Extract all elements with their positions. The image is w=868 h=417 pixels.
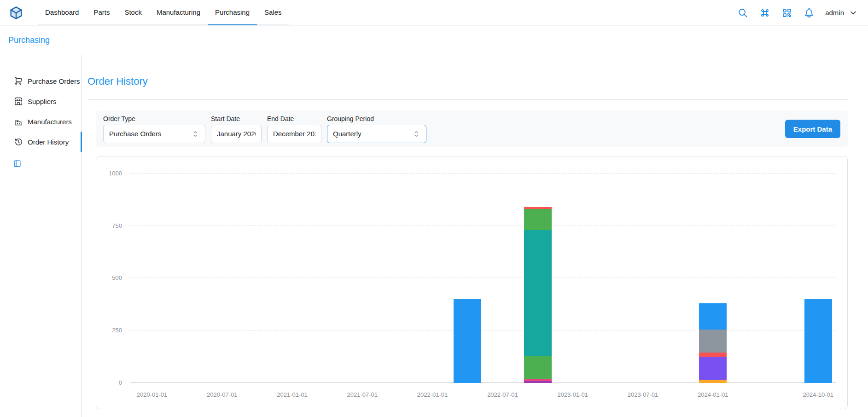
x-axis-label: 2024-01-01 (698, 391, 728, 398)
username: admin (825, 9, 844, 17)
bar-segment[interactable] (524, 209, 552, 230)
sidebar-item-purchase-orders[interactable]: Purchase Orders (0, 71, 81, 91)
y-axis: 02505007501000 (96, 166, 127, 383)
gridline (130, 382, 836, 383)
notifications-bell-icon[interactable] (803, 7, 815, 19)
export-data-button[interactable]: Export Data (785, 120, 840, 138)
end-date-input[interactable] (267, 125, 321, 143)
bar-segment[interactable] (524, 230, 552, 356)
bar-segment[interactable] (524, 379, 552, 381)
filter-panel: Order Type Purchase Orders Start Date En… (96, 110, 848, 147)
bar-segment[interactable] (524, 207, 552, 209)
tab-sales[interactable]: Sales (257, 0, 289, 25)
selector-icon (191, 130, 199, 138)
bar-segment[interactable] (699, 353, 727, 357)
main-content: Order History Order Type Purchase Orders… (82, 55, 868, 417)
sidebar-item-label: Suppliers (28, 98, 57, 105)
x-axis-label: 2022-07-01 (487, 391, 518, 398)
breadcrumb: Purchasing (0, 26, 868, 55)
order-type-field: Order Type Purchase Orders (103, 115, 205, 143)
sidebar-item-manufacturers[interactable]: Manufacturers (0, 111, 81, 132)
chart-plot-area (130, 166, 836, 383)
order-type-select[interactable]: Purchase Orders (103, 125, 205, 143)
grouping-period-select[interactable]: Quarterly (327, 125, 426, 143)
bar-segment[interactable] (524, 356, 552, 379)
grouping-period-field: Grouping Period Quarterly (327, 115, 426, 143)
sidebar-collapse-icon[interactable] (13, 159, 22, 168)
x-axis-label: 2020-07-01 (207, 391, 238, 398)
grouping-period-value: Quarterly (333, 130, 361, 138)
y-axis-label: 750 (112, 222, 122, 229)
building-factory-icon (14, 117, 23, 126)
tab-parts[interactable]: Parts (86, 0, 117, 25)
tab-purchasing[interactable]: Purchasing (208, 0, 257, 25)
end-date-label: End Date (267, 115, 321, 122)
navbar: Dashboard Parts Stock Manufacturing Purc… (0, 0, 868, 26)
barcode-scan-icon[interactable] (781, 7, 793, 19)
search-icon[interactable] (737, 7, 749, 19)
divider (87, 99, 848, 100)
shopping-cart-icon (14, 76, 23, 86)
gridline (130, 226, 836, 226)
bar-segment[interactable] (699, 357, 727, 380)
x-axis-label: 2022-01-01 (417, 391, 448, 398)
gridline (130, 278, 836, 278)
breadcrumb-link-purchasing[interactable]: Purchasing (8, 35, 50, 45)
order-type-value: Purchase Orders (109, 130, 161, 138)
chevron-down-icon (849, 8, 858, 17)
x-axis-label: 2020-01-01 (137, 391, 168, 398)
sidebar-item-suppliers[interactable]: Suppliers (0, 91, 81, 111)
user-menu[interactable]: admin (825, 8, 858, 17)
sidebar-item-label: Order History (28, 138, 69, 146)
main-nav-tabs: Dashboard Parts Stock Manufacturing Purc… (38, 0, 289, 25)
sidebar-item-order-history[interactable]: Order History (0, 132, 81, 152)
gridline (130, 173, 836, 174)
app-logo-icon[interactable] (6, 0, 26, 25)
history-icon (14, 137, 23, 146)
page-title: Order History (87, 75, 848, 87)
bar-segment[interactable] (524, 381, 552, 383)
sidebar-item-label: Purchase Orders (28, 77, 80, 85)
y-axis-label: 250 (112, 327, 122, 334)
bar-segment[interactable] (804, 299, 832, 383)
bar-segment[interactable] (454, 299, 481, 383)
gridline (130, 330, 836, 330)
sidebar: Purchase Orders Suppliers Manufacturers … (0, 55, 82, 417)
selector-icon (412, 130, 420, 138)
sidebar-item-label: Manufacturers (28, 118, 72, 126)
command-palette-icon[interactable] (759, 7, 771, 19)
bar-segment[interactable] (699, 380, 727, 383)
x-axis-label: 2024-10-01 (803, 391, 833, 398)
tab-manufacturing[interactable]: Manufacturing (149, 0, 208, 25)
grouping-period-label: Grouping Period (327, 115, 426, 122)
bar-segment[interactable] (699, 303, 727, 330)
building-store-icon (14, 97, 23, 106)
y-axis-label: 500 (112, 274, 122, 281)
bar-segment[interactable] (699, 330, 727, 353)
y-axis-label: 1000 (109, 170, 122, 177)
x-axis-label: 2023-01-01 (557, 391, 588, 398)
y-axis-label: 0 (119, 379, 122, 386)
x-axis-label: 2023-07-01 (628, 391, 658, 398)
gridline (130, 166, 836, 166)
tab-stock[interactable]: Stock (117, 0, 149, 25)
x-axis: 2020-01-012020-07-012021-01-012021-07-01… (130, 391, 836, 399)
x-axis-label: 2021-07-01 (347, 391, 378, 398)
tab-dashboard[interactable]: Dashboard (38, 0, 86, 25)
order-history-chart: 02505007501000 2020-01-012020-07-012021-… (96, 156, 848, 409)
start-date-field: Start Date (211, 115, 262, 143)
navbar-actions: admin (737, 0, 858, 25)
start-date-input[interactable] (211, 125, 262, 143)
start-date-label: Start Date (211, 115, 262, 122)
end-date-field: End Date (267, 115, 321, 143)
order-type-label: Order Type (103, 115, 205, 122)
x-axis-label: 2021-01-01 (277, 391, 308, 398)
